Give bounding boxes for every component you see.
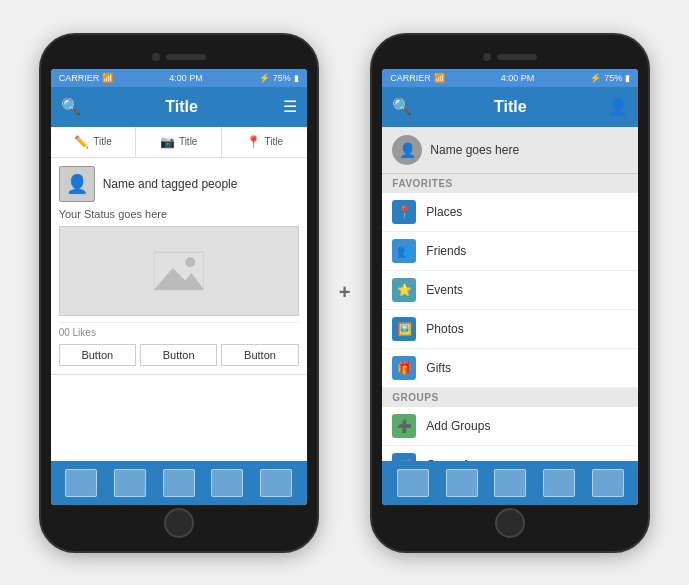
add-groups-label: Add Groups bbox=[426, 419, 490, 433]
post-likes: 00 Likes bbox=[59, 322, 299, 338]
photos-icon: 🖼️ bbox=[392, 317, 416, 341]
bottom-nav-item-3[interactable] bbox=[163, 469, 195, 497]
menu-item-photos[interactable]: 🖼️ Photos bbox=[382, 310, 638, 349]
places-icon: 📍 bbox=[392, 200, 416, 224]
bottom-nav-2 bbox=[382, 461, 638, 505]
header-title-1: Title bbox=[165, 98, 198, 116]
gifts-icon: 🎁 bbox=[392, 356, 416, 380]
bluetooth-icon-2: ⚡ bbox=[590, 73, 601, 83]
phone-1: CARRIER 📶 4:00 PM ⚡ 75% ▮ 🔍 Title ☰ ✏️ bbox=[39, 33, 319, 553]
tab-1-label: Title bbox=[93, 136, 112, 147]
group1-icon: 🛒 bbox=[392, 453, 416, 461]
battery-1: 75% bbox=[273, 73, 291, 83]
menu-item-gifts[interactable]: 🎁 Gifts bbox=[382, 349, 638, 388]
wifi-icon-2: 📶 bbox=[434, 73, 445, 83]
bottom-nav-item-5[interactable] bbox=[260, 469, 292, 497]
time-2: 4:00 PM bbox=[501, 73, 535, 83]
header-title-2: Title bbox=[494, 98, 527, 116]
post-image bbox=[59, 226, 299, 316]
search-icon-1[interactable]: 🔍 bbox=[61, 97, 81, 116]
battery-icon-2: ▮ bbox=[625, 73, 630, 83]
photos-label: Photos bbox=[426, 322, 463, 336]
status-right-2: ⚡ 75% ▮ bbox=[590, 73, 630, 83]
menu-item-places[interactable]: 📍 Places bbox=[382, 193, 638, 232]
favorites-header: FAVORITES bbox=[382, 174, 638, 193]
tab-1-icon: ✏️ bbox=[74, 135, 89, 149]
status-bar-1: CARRIER 📶 4:00 PM ⚡ 75% ▮ bbox=[51, 69, 307, 87]
phone-1-screen: CARRIER 📶 4:00 PM ⚡ 75% ▮ 🔍 Title ☰ ✏️ bbox=[51, 69, 307, 505]
post-btn-3[interactable]: Button bbox=[221, 344, 298, 366]
menu-item-events[interactable]: ⭐ Events bbox=[382, 271, 638, 310]
menu-user-row: 👤 Name goes here bbox=[382, 127, 638, 174]
phone-2-bottom-bar bbox=[382, 505, 638, 541]
status-bar-2: CARRIER 📶 4:00 PM ⚡ 75% ▮ bbox=[382, 69, 638, 87]
tab-3[interactable]: 📍 Title bbox=[222, 127, 307, 157]
bottom-nav-item-4[interactable] bbox=[211, 469, 243, 497]
events-icon: ⭐ bbox=[392, 278, 416, 302]
tab-1[interactable]: ✏️ Title bbox=[51, 127, 137, 157]
tab-2-icon: 📷 bbox=[160, 135, 175, 149]
battery-2: 75% bbox=[604, 73, 622, 83]
bottom-nav-2-item-2[interactable] bbox=[446, 469, 478, 497]
app-container: CARRIER 📶 4:00 PM ⚡ 75% ▮ 🔍 Title ☰ ✏️ bbox=[19, 13, 671, 573]
status-left-2: CARRIER 📶 bbox=[390, 73, 445, 83]
phone-2-screen: CARRIER 📶 4:00 PM ⚡ 75% ▮ 🔍 Title 👤 bbox=[382, 69, 638, 505]
bottom-nav-1 bbox=[51, 461, 307, 505]
post-status: Your Status goes here bbox=[59, 208, 299, 220]
bottom-nav-2-item-1[interactable] bbox=[397, 469, 429, 497]
menu-item-add-groups[interactable]: ➕ Add Groups bbox=[382, 407, 638, 446]
tab-2[interactable]: 📷 Title bbox=[136, 127, 222, 157]
app-header-1: 🔍 Title ☰ bbox=[51, 87, 307, 127]
groups-header: GROUPS bbox=[382, 388, 638, 407]
phone-2-top-bar bbox=[382, 45, 638, 69]
home-button-2[interactable] bbox=[495, 508, 525, 538]
bottom-nav-item-2[interactable] bbox=[114, 469, 146, 497]
friends-icon: 👥 bbox=[392, 239, 416, 263]
image-placeholder-icon bbox=[154, 251, 204, 291]
avatar-1: 👤 bbox=[59, 166, 95, 202]
status-right-1: ⚡ 75% ▮ bbox=[259, 73, 299, 83]
tab-3-icon: 📍 bbox=[246, 135, 261, 149]
wifi-icon: 📶 bbox=[102, 73, 113, 83]
bottom-nav-item-1[interactable] bbox=[65, 469, 97, 497]
phone-2-speaker bbox=[497, 54, 537, 60]
add-groups-icon: ➕ bbox=[392, 414, 416, 438]
svg-point-2 bbox=[185, 257, 195, 267]
avatar-icon-1: 👤 bbox=[66, 173, 88, 195]
contacts-icon-2[interactable]: 👤 bbox=[608, 97, 628, 116]
friends-label: Friends bbox=[426, 244, 466, 258]
menu-item-group1[interactable]: 🛒 Group 1 bbox=[382, 446, 638, 461]
bottom-nav-2-item-5[interactable] bbox=[592, 469, 624, 497]
bottom-nav-2-item-3[interactable] bbox=[494, 469, 526, 497]
main-content-1: 👤 Name and tagged people Your Status goe… bbox=[51, 158, 307, 461]
phone-1-speaker bbox=[166, 54, 206, 60]
battery-icon-1: ▮ bbox=[294, 73, 299, 83]
menu-avatar: 👤 bbox=[392, 135, 422, 165]
phone-1-bottom-bar bbox=[51, 505, 307, 541]
status-left-1: CARRIER 📶 bbox=[59, 73, 114, 83]
phone-1-top-bar bbox=[51, 45, 307, 69]
tab-2-label: Title bbox=[179, 136, 198, 147]
tab-3-label: Title bbox=[265, 136, 284, 147]
home-button-1[interactable] bbox=[164, 508, 194, 538]
post-btn-2[interactable]: Button bbox=[140, 344, 217, 366]
carrier-1: CARRIER bbox=[59, 73, 100, 83]
carrier-2: CARRIER bbox=[390, 73, 431, 83]
post-buttons: Button Button Button bbox=[59, 344, 299, 366]
events-label: Events bbox=[426, 283, 463, 297]
places-label: Places bbox=[426, 205, 462, 219]
menu-content: 👤 Name goes here FAVORITES 📍 Places 👥 Fr… bbox=[382, 127, 638, 461]
menu-item-friends[interactable]: 👥 Friends bbox=[382, 232, 638, 271]
menu-avatar-icon: 👤 bbox=[399, 142, 416, 158]
bottom-nav-2-item-4[interactable] bbox=[543, 469, 575, 497]
post-name: Name and tagged people bbox=[103, 177, 238, 191]
tab-bar-1: ✏️ Title 📷 Title 📍 Title bbox=[51, 127, 307, 158]
post-card: 👤 Name and tagged people Your Status goe… bbox=[51, 158, 307, 375]
search-icon-2[interactable]: 🔍 bbox=[392, 97, 412, 116]
bluetooth-icon: ⚡ bbox=[259, 73, 270, 83]
post-btn-1[interactable]: Button bbox=[59, 344, 136, 366]
menu-icon-1[interactable]: ☰ bbox=[283, 97, 297, 116]
time-1: 4:00 PM bbox=[169, 73, 203, 83]
post-user-row: 👤 Name and tagged people bbox=[59, 166, 299, 202]
gifts-label: Gifts bbox=[426, 361, 451, 375]
